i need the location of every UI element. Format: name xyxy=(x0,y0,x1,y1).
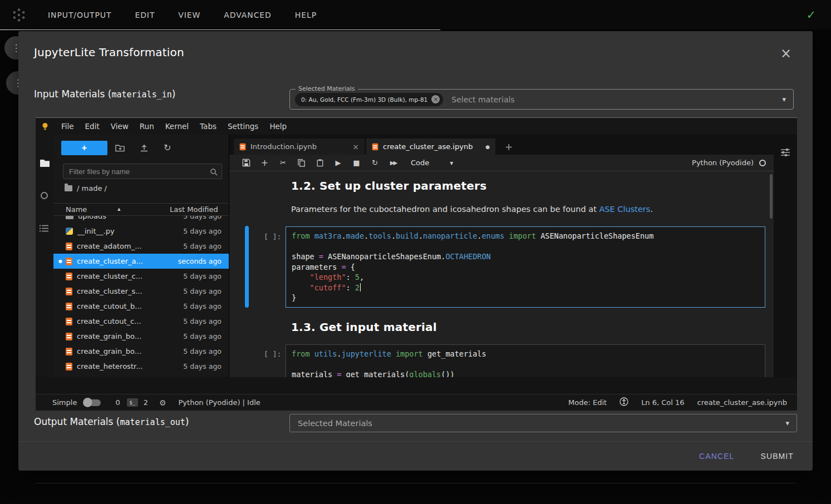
property-inspector-icon[interactable] xyxy=(780,148,790,159)
filter-files-input[interactable] xyxy=(63,164,222,179)
home-folder-icon[interactable] xyxy=(65,185,72,191)
breadcrumb-path[interactable]: / made / xyxy=(77,184,107,192)
topbar-menu-item[interactable]: INPUT/OUTPUT xyxy=(36,11,123,19)
upload-icon[interactable] xyxy=(140,144,149,152)
running-kernels-icon[interactable] xyxy=(41,192,48,199)
file-row[interactable]: uploads5 days ago xyxy=(53,216,229,224)
notebook-icon xyxy=(66,318,72,325)
cell-type-select[interactable]: Code xyxy=(411,159,429,167)
terminals-count[interactable]: 0 xyxy=(115,398,120,407)
text-cursor xyxy=(360,283,361,291)
save-icon[interactable] xyxy=(240,159,253,167)
jupyter-menu-item[interactable]: Tabs xyxy=(194,122,222,131)
terminal-icon[interactable]: $_ xyxy=(127,398,138,407)
file-row[interactable]: create_cutout_b...5 days ago xyxy=(53,299,229,314)
breadcrumb[interactable]: / made / xyxy=(65,184,107,192)
cell-collapser[interactable] xyxy=(245,226,249,308)
paste-cells-icon[interactable] xyxy=(313,159,326,167)
topbar-menu-item[interactable]: EDIT xyxy=(123,11,166,19)
restart-kernel-icon[interactable]: ↻ xyxy=(368,159,381,167)
close-tab-icon[interactable]: × xyxy=(352,142,359,151)
run-cell-icon[interactable]: ▶ xyxy=(332,159,345,167)
simple-mode-label: Simple xyxy=(52,398,77,407)
document-tab[interactable]: create_cluster_ase.ipynb● xyxy=(366,139,495,155)
file-row[interactable]: ●create_cluster_a...seconds ago xyxy=(53,254,229,269)
markdown-paragraph: Parameters for the cuboctahedron and ico… xyxy=(291,205,653,214)
chevron-down-icon[interactable]: ▾ xyxy=(785,419,789,427)
tab-label: Introduction.ipynb xyxy=(250,142,346,151)
submit-button[interactable]: SUBMIT xyxy=(761,452,794,461)
document-tab[interactable]: Introduction.ipynb× xyxy=(234,139,365,155)
file-name: create_cutout_b... xyxy=(77,302,183,310)
new-launcher-button[interactable]: + xyxy=(61,141,107,155)
topbar-menu-item[interactable]: VIEW xyxy=(166,11,212,19)
new-tab-button[interactable]: + xyxy=(505,141,513,155)
material-chip[interactable]: 0: Au, Gold, FCC (Fm-3m) 3D (Bulk), mp-8… xyxy=(295,93,443,106)
chip-delete-icon[interactable]: × xyxy=(431,95,440,103)
restart-run-all-icon[interactable]: ▶▶ xyxy=(387,160,400,166)
refresh-icon[interactable]: ↻ xyxy=(164,142,171,153)
cell-editor-1[interactable]: from utils.jupyterlite import get_materi… xyxy=(286,344,765,377)
kernel-name[interactable]: Python (Pyodide) xyxy=(692,159,754,167)
file-row[interactable]: create_cutout_c...5 days ago xyxy=(53,314,229,329)
material-chip-label: 0: Au, Gold, FCC (Fm-3m) 3D (Bulk), mp-8… xyxy=(301,96,427,103)
file-row[interactable]: create_grain_bo...5 days ago xyxy=(53,329,229,344)
check-icon[interactable]: ✓ xyxy=(806,8,816,22)
tab-label: create_cluster_ase.ipynb xyxy=(383,142,478,151)
copy-cells-icon[interactable] xyxy=(295,159,308,167)
file-row[interactable]: create_heterostr...5 days ago xyxy=(53,359,229,374)
topbar-menu-item[interactable]: HELP xyxy=(283,11,328,19)
file-row[interactable]: create_adatom_...5 days ago xyxy=(53,239,229,254)
lightbulb-icon[interactable] xyxy=(42,122,48,131)
file-browser-icon[interactable] xyxy=(40,159,50,170)
scrollbar-thumb[interactable] xyxy=(770,174,773,219)
sort-by-name[interactable]: Name xyxy=(66,205,87,214)
stop-kernel-icon[interactable]: ■ xyxy=(350,159,363,167)
jupyter-menu-item[interactable]: View xyxy=(105,122,134,131)
new-folder-icon[interactable] xyxy=(115,144,125,152)
chevron-down-icon[interactable]: ▾ xyxy=(450,159,453,167)
jupyter-menu-item[interactable]: Edit xyxy=(80,122,105,131)
notebook-icon xyxy=(372,143,378,150)
gear-icon[interactable]: ⚙ xyxy=(159,398,166,407)
file-row[interactable]: create_cluster_c...5 days ago xyxy=(53,269,229,284)
jupyter-menu-item[interactable]: Help xyxy=(264,122,292,131)
jupyter-menu-item[interactable]: Settings xyxy=(222,122,264,131)
file-row[interactable]: create_cluster_s...5 days ago xyxy=(53,284,229,299)
topbar-menu-item[interactable]: ADVANCED xyxy=(212,11,283,19)
notebook-region: Introduction.ipynb×create_cluster_ase.ip… xyxy=(229,135,774,377)
notebook-icon xyxy=(66,243,72,250)
output-materials-select[interactable]: Selected Materials ▾ xyxy=(289,414,797,432)
input-materials-select[interactable]: Selected Materials 0: Au, Gold, FCC (Fm-… xyxy=(289,89,794,110)
cancel-button[interactable]: CANCEL xyxy=(699,452,734,461)
close-dialog-icon[interactable]: × xyxy=(780,47,791,60)
sort-by-modified[interactable]: Last Modified xyxy=(170,205,218,214)
output-materials-label: Output Materials (materials_out) xyxy=(34,416,189,427)
insert-cell-icon[interactable]: + xyxy=(258,157,271,168)
cut-cells-icon[interactable]: ✂ xyxy=(277,159,289,167)
kernel-status-label[interactable]: Python (Pyodide) | Idle xyxy=(179,398,260,407)
file-row[interactable]: create_interface...2 days ago xyxy=(53,374,229,377)
sort-asc-icon: ▴ xyxy=(117,205,121,213)
jupyter-menubar: FileEditViewRunKernelTabsSettingsHelp xyxy=(36,118,797,135)
chevron-down-icon[interactable]: ▾ xyxy=(782,95,786,103)
cursor-position-label[interactable]: Ln 6, Col 16 xyxy=(641,398,684,407)
jupyter-menu-item[interactable]: Run xyxy=(134,122,160,131)
jupyter-menu-item[interactable]: Kernel xyxy=(160,122,194,131)
file-row[interactable]: create_grain_bo...5 days ago xyxy=(53,344,229,359)
kernel-status-icon[interactable] xyxy=(759,160,766,166)
notebook-content: 1.2. Set up cluster parameters Parameter… xyxy=(229,171,774,377)
file-name: create_grain_bo... xyxy=(77,332,183,340)
tab-bar-tabs: Introduction.ipynb×create_cluster_ase.ip… xyxy=(229,135,774,155)
kernels-count[interactable]: 2 xyxy=(144,398,148,407)
ase-clusters-link[interactable]: ASE Clusters xyxy=(599,205,650,214)
section-heading: 1.3. Get input material xyxy=(291,320,437,334)
jupyter-menu-item[interactable]: File xyxy=(56,122,80,131)
simple-mode-toggle[interactable] xyxy=(84,399,101,406)
file-list-header: Name ▴ Last Modified xyxy=(53,203,229,216)
accessibility-icon[interactable] xyxy=(619,397,628,408)
file-row[interactable]: __init__.py5 days ago xyxy=(53,224,229,239)
cell-editor-0[interactable]: from mat3ra.made.tools.build.nanoparticl… xyxy=(286,226,765,308)
table-of-contents-icon[interactable] xyxy=(40,224,49,234)
app-logo-icon[interactable] xyxy=(10,6,28,24)
